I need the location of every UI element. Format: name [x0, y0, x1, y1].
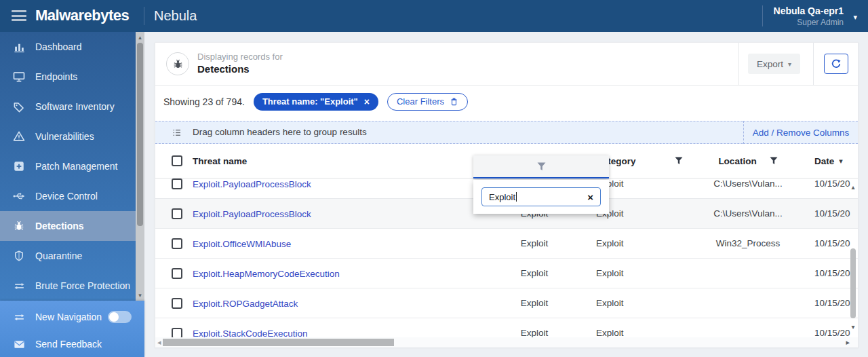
- sidebar-item-new-navigation[interactable]: New Navigation: [0, 305, 144, 329]
- threat-name-link[interactable]: Exploit.ROPGadgetAttack: [193, 299, 298, 309]
- threat-name-link[interactable]: Exploit.OfficeWMIAbuse: [193, 239, 291, 249]
- sidebar-item-label: Device Control: [35, 191, 98, 202]
- card-header: Displaying records for Detections Export…: [155, 43, 858, 86]
- hamburger-menu-icon[interactable]: [12, 10, 26, 21]
- vertical-scrollbar-thumb[interactable]: [850, 248, 856, 318]
- sidebar-item-detections[interactable]: Detections: [0, 211, 136, 241]
- sidebar-item-vulnerabilities[interactable]: Vulnerabilities: [0, 121, 136, 151]
- column-filter-header[interactable]: [473, 155, 609, 178]
- type-cell: Exploit: [473, 328, 595, 337]
- row-checkbox[interactable]: [172, 208, 182, 219]
- row-checkbox[interactable]: [172, 178, 182, 189]
- page-title: Detections: [197, 63, 250, 75]
- column-filter-popup: Exploit ×: [473, 180, 609, 214]
- threat-name-link[interactable]: Exploit.HeapMemoryCodeExecution: [193, 269, 340, 279]
- swap-arrows-icon: [12, 279, 26, 293]
- chevron-down-icon[interactable]: ▾: [853, 13, 857, 22]
- sidebar-item-send-feedback[interactable]: Send Feedback: [0, 332, 144, 356]
- select-all-checkbox[interactable]: [172, 155, 182, 166]
- scroll-right-icon[interactable]: ▸: [846, 338, 850, 347]
- page-subtitle: Displaying records for: [197, 52, 283, 62]
- sidebar-scrollbar[interactable]: ▴ ▾: [136, 32, 144, 301]
- threat-name-link[interactable]: Exploit.PayloadProcessBlock: [193, 179, 311, 189]
- sidebar-item-label: Quarantine: [35, 250, 82, 261]
- filter-funnel-icon[interactable]: [675, 157, 683, 165]
- location-cell: C:\Users\Vulan...: [688, 208, 808, 219]
- new-navigation-toggle[interactable]: [108, 311, 132, 323]
- filter-funnel-icon[interactable]: [770, 157, 778, 165]
- sidebar-item-label: Endpoints: [35, 71, 77, 82]
- sidebar-item-label: Software Inventory: [35, 101, 115, 112]
- tag-icon: [12, 100, 26, 113]
- filter-value-text: Exploit: [489, 192, 515, 202]
- sidebar-item-software-inventory[interactable]: Software Inventory: [0, 92, 136, 121]
- row-checkbox[interactable]: [172, 328, 182, 338]
- clear-input-icon[interactable]: ×: [587, 191, 593, 203]
- usb-icon: [12, 189, 26, 203]
- location-cell: Win32_Process: [688, 238, 808, 248]
- filter-chip-label: Threat name: "Exploit": [262, 96, 358, 107]
- column-header-date[interactable]: Date ▾: [808, 156, 858, 166]
- toggle-knob: [109, 312, 119, 322]
- showing-count: Showing 23 of 794.: [163, 96, 245, 107]
- sidebar-item-brute-force-protection[interactable]: Brute Force Protection: [0, 271, 136, 301]
- filter-bar: Showing 23 of 794. Threat name: "Exploit…: [155, 86, 858, 117]
- account-role: Super Admin: [774, 18, 844, 27]
- add-remove-columns-link[interactable]: Add / Remove Columns: [743, 121, 858, 144]
- clear-filters-button[interactable]: Clear Filters: [387, 93, 468, 111]
- sidebar-item-label: Detections: [35, 221, 84, 231]
- row-checkbox[interactable]: [172, 298, 182, 309]
- group-list-icon: [172, 128, 182, 140]
- export-label: Export: [757, 59, 783, 69]
- sidebar-item-endpoints[interactable]: Endpoints: [0, 62, 136, 92]
- sidebar-item-device-control[interactable]: Device Control: [0, 181, 136, 211]
- product-name: Nebula: [154, 8, 197, 24]
- export-button[interactable]: Export ▾: [748, 54, 800, 74]
- close-icon[interactable]: ×: [364, 96, 370, 107]
- monitor-icon: [12, 70, 26, 83]
- scroll-up-icon[interactable]: ▴: [136, 33, 144, 41]
- refresh-button[interactable]: [824, 54, 848, 74]
- threat-name-link[interactable]: Exploit.StackCodeExecution: [193, 328, 308, 338]
- type-cell: Exploit: [473, 298, 595, 308]
- category-cell: Exploit: [595, 268, 688, 278]
- scroll-down-icon[interactable]: ▾: [848, 323, 858, 331]
- sidebar-item-patch-management[interactable]: Patch Management: [0, 151, 136, 181]
- date-cell: 10/15/20: [808, 208, 858, 219]
- category-cell: Exploit: [595, 208, 688, 219]
- filter-value-input[interactable]: Exploit ×: [481, 187, 601, 206]
- column-header-category[interactable]: Category: [595, 156, 688, 166]
- scroll-down-icon[interactable]: ▾: [136, 291, 144, 299]
- sidebar-item-dashboard[interactable]: Dashboard: [0, 32, 136, 62]
- plus-square-icon: [12, 159, 26, 173]
- account-name: Nebula Qa-epr1: [774, 5, 844, 16]
- add-remove-columns-label: Add / Remove Columns: [753, 128, 850, 138]
- scroll-left-icon[interactable]: ◂: [157, 338, 161, 347]
- sidebar-scrollbar-thumb[interactable]: [137, 43, 143, 226]
- sidebar-footer: New Navigation Send Feedback: [0, 301, 144, 357]
- divider: [813, 43, 814, 86]
- table-row: Exploit.HeapMemoryCodeExecution Exploit …: [155, 259, 858, 288]
- table-row: Exploit.StackCodeExecution Exploit Explo…: [155, 318, 858, 337]
- row-checkbox[interactable]: [172, 268, 182, 279]
- threat-name-link[interactable]: Exploit.PayloadProcessBlock: [193, 209, 311, 219]
- scroll-up-icon[interactable]: ▴: [848, 183, 858, 191]
- envelope-icon: [12, 337, 26, 351]
- app-window: Malwarebytes Nebula Nebula Qa-epr1 Super…: [0, 0, 868, 357]
- shield-icon: [12, 249, 26, 263]
- sidebar-item-label: Vulnerabilities: [35, 131, 94, 142]
- main-content: Displaying records for Detections Export…: [144, 32, 868, 357]
- threat-name-filter-chip[interactable]: Threat name: "Exploit" ×: [254, 93, 378, 111]
- row-checkbox[interactable]: [172, 238, 182, 249]
- account-menu[interactable]: Nebula Qa-epr1 Super Admin: [774, 5, 844, 27]
- horizontal-scrollbar[interactable]: ◂ ▸: [155, 337, 858, 347]
- column-header-location[interactable]: Location: [688, 156, 808, 166]
- table-row: Exploit.ROPGadgetAttack Exploit Exploit …: [155, 288, 858, 318]
- horizontal-scrollbar-thumb[interactable]: [163, 339, 394, 346]
- top-bar: Malwarebytes Nebula Nebula Qa-epr1 Super…: [0, 0, 868, 32]
- filter-funnel-icon[interactable]: [537, 162, 546, 171]
- sidebar: Dashboard Endpoints Software Inventory V…: [0, 32, 144, 357]
- column-header-threat-name[interactable]: Threat name: [193, 156, 247, 166]
- divider: [762, 5, 763, 26]
- sidebar-item-quarantine[interactable]: Quarantine: [0, 241, 136, 271]
